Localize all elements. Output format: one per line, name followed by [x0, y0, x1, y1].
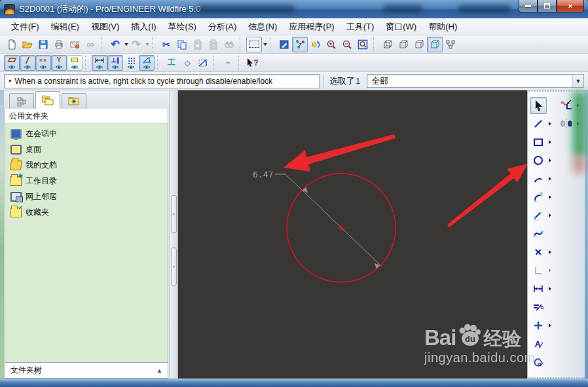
use-edge-flyout-arrow[interactable] — [577, 103, 579, 107]
sidebar-splitter[interactable]: ‹ › — [169, 90, 178, 378]
redo-dropdown[interactable] — [145, 43, 149, 46]
folder-item-favorites[interactable]: ✓收藏夹 — [5, 204, 168, 220]
tab-model-tree[interactable] — [9, 93, 34, 109]
line-tool[interactable] — [530, 115, 547, 132]
menu-info[interactable]: 信息(N) — [242, 19, 283, 35]
find-button[interactable] — [221, 37, 237, 52]
constraint-tool[interactable] — [530, 317, 547, 334]
point-flyout-arrow[interactable] — [549, 250, 551, 254]
constraints-display-toggle[interactable]: ×× — [35, 55, 51, 71]
dimension-flyout-arrow[interactable] — [549, 287, 551, 291]
layers-button[interactable] — [443, 37, 458, 52]
close-button[interactable]: × — [557, 0, 584, 12]
spline-tool[interactable] — [530, 225, 547, 242]
refit-button[interactable] — [355, 37, 371, 52]
title-bar[interactable]: S2D0001 (活动的) - Pro/ENGINEER Wildfire 5.… — [0, 0, 588, 18]
menu-file[interactable]: 文件(F) — [5, 19, 45, 35]
no-hidden-button[interactable] — [411, 37, 427, 52]
coordinate-system-tool[interactable] — [530, 262, 547, 279]
circle-tool[interactable] — [530, 152, 547, 169]
text-tool[interactable]: A — [530, 335, 547, 352]
selection-filter-combo[interactable]: 全部 ▼ — [367, 74, 584, 88]
menu-sketch[interactable]: 草绘(S) — [162, 19, 202, 35]
wireframe-button[interactable] — [380, 37, 395, 52]
section-clip-button[interactable] — [195, 55, 211, 71]
context-help-button[interactable]: ? — [245, 55, 261, 71]
arc-tool[interactable] — [530, 170, 547, 187]
fillet-tool[interactable] — [530, 189, 547, 206]
csys-flyout-arrow[interactable] — [549, 268, 551, 272]
trim-tool[interactable] — [558, 115, 575, 132]
menu-insert[interactable]: 插入(I) — [125, 19, 162, 35]
folder-item-network[interactable]: 网上邻居 — [5, 189, 168, 204]
vertex-points-toggle[interactable] — [139, 55, 155, 71]
menu-window[interactable]: 窗口(W) — [380, 19, 422, 35]
chamfer-tool[interactable] — [530, 207, 547, 224]
tab-favorites[interactable]: ✳ — [62, 93, 86, 109]
menu-edit[interactable]: 编辑(E) — [45, 19, 85, 35]
combo-dropdown-button[interactable]: ▼ — [572, 75, 583, 87]
dimension-value[interactable]: 6.47 — [253, 170, 273, 179]
new-file-button[interactable] — [4, 37, 20, 52]
constraint-flyout-arrow[interactable] — [549, 323, 551, 327]
undo-button[interactable]: ↶ — [107, 37, 123, 52]
select-tool[interactable] — [530, 97, 547, 114]
select-items-button[interactable] — [246, 37, 262, 52]
menu-analysis[interactable]: 分析(A) — [202, 19, 242, 35]
open-file-button[interactable] — [20, 37, 35, 52]
grid-display-toggle[interactable] — [123, 55, 139, 71]
collapse-left-handle[interactable]: ‹ — [171, 195, 177, 233]
select-items-dropdown[interactable] — [263, 43, 267, 46]
line-flyout-arrow[interactable] — [549, 122, 551, 126]
measure-button[interactable]: ≈ — [220, 55, 236, 71]
maximize-button[interactable] — [538, 0, 557, 12]
dimension-tool[interactable] — [530, 280, 547, 297]
sketch-display-toggle[interactable] — [4, 55, 20, 71]
vertices-display-toggle[interactable]: Y — [51, 55, 67, 71]
modify-tool[interactable] — [530, 299, 547, 316]
section-diamond-button[interactable]: ◇ — [179, 55, 195, 71]
section-ibeam-button[interactable]: 工 — [164, 55, 179, 71]
rectangle-tool[interactable] — [530, 134, 547, 151]
trim-flyout-arrow[interactable] — [577, 122, 579, 126]
repaint-button[interactable] — [276, 37, 292, 52]
tab-folder-browser[interactable] — [35, 91, 60, 109]
dimensions-display-toggle[interactable] — [20, 55, 35, 71]
menu-applications[interactable]: 应用程序(P) — [283, 19, 340, 35]
message-area[interactable]: • When a constraint is active, right cli… — [4, 74, 320, 88]
cut-button[interactable]: ✂ — [158, 37, 174, 52]
menu-tools[interactable]: 工具(T) — [340, 19, 380, 35]
orient-mode-button[interactable] — [308, 37, 323, 52]
palette-tool[interactable] — [530, 354, 547, 371]
folder-tree-bar[interactable]: 文件夹树 ▲ — [5, 362, 168, 378]
point-tool[interactable] — [530, 244, 547, 261]
sketch-canvas[interactable]: 6.47 — [178, 90, 527, 378]
shaded-button[interactable] — [427, 37, 443, 52]
rectangle-flyout-arrow[interactable] — [549, 140, 551, 144]
email-button[interactable] — [67, 37, 83, 52]
dimension-line[interactable] — [285, 174, 382, 267]
zoom-in-button[interactable] — [323, 37, 339, 52]
arc-flyout-arrow[interactable] — [549, 177, 551, 181]
folder-item-working-directory[interactable]: ✳工作目录 — [5, 173, 168, 189]
spin-center-button[interactable] — [292, 37, 308, 52]
copy-button[interactable] — [174, 37, 190, 52]
paste-special-button[interactable] — [206, 37, 221, 52]
link-button[interactable]: ∞ — [83, 37, 98, 52]
zoom-out-button[interactable] — [339, 37, 355, 52]
fillet-flyout-arrow[interactable] — [549, 195, 551, 199]
dim-value-display-toggle[interactable] — [92, 55, 107, 71]
redo-button[interactable]: ↷ — [128, 37, 144, 52]
circle-flyout-arrow[interactable] — [549, 158, 551, 162]
print-button[interactable] — [51, 37, 67, 52]
shade-closed-loops-toggle[interactable] — [67, 55, 83, 71]
chamfer-flyout-arrow[interactable] — [549, 213, 551, 217]
hidden-line-button[interactable] — [395, 37, 411, 52]
minimize-button[interactable] — [519, 0, 538, 12]
constraint-symbols-toggle[interactable]: ⊥∥ — [107, 55, 123, 71]
collapse-right-handle[interactable]: › — [171, 248, 177, 286]
use-edge-tool[interactable] — [558, 97, 575, 114]
menu-view[interactable]: 视图(V) — [85, 19, 125, 35]
folder-item-desktop[interactable]: 桌面 — [5, 141, 168, 157]
folder-item-in-session[interactable]: 在会话中 — [5, 126, 168, 141]
